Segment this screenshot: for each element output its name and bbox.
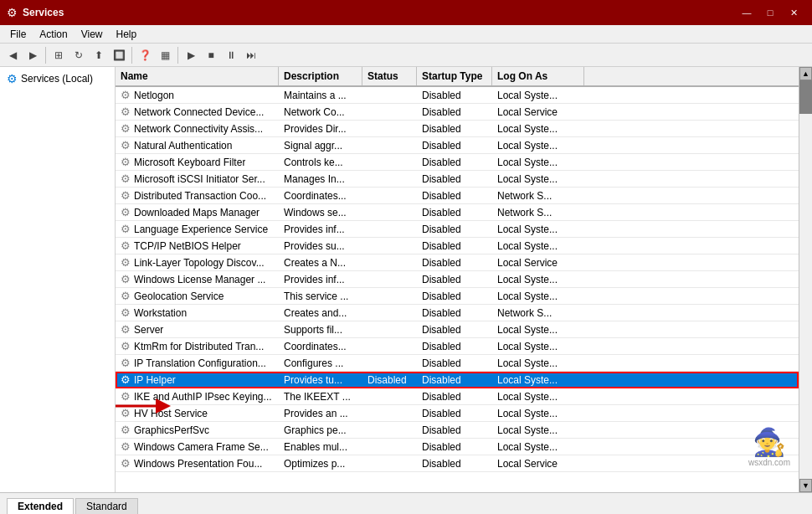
bottom-tabs: Extended Standard [0, 492, 812, 514]
table-row[interactable]: ⚙ Windows Presentation Fou... Optimizes … [116, 455, 799, 472]
service-icon: ⚙ [121, 407, 131, 419]
scrollbar-track[interactable]: ▲ ▼ [799, 67, 812, 492]
td-status [362, 87, 417, 103]
td-status [362, 271, 417, 287]
table-row[interactable]: ⚙ Windows License Manager ... Provides i… [116, 271, 799, 288]
table-row[interactable]: ⚙ Geolocation Service This service ... D… [116, 288, 799, 305]
separator-2 [131, 47, 132, 64]
tab-standard[interactable]: Standard [75, 498, 138, 514]
service-icon: ⚙ [121, 156, 131, 168]
td-status [362, 204, 417, 220]
scrollbar-thumb[interactable] [799, 80, 812, 114]
td-startup: Disabled [417, 288, 492, 304]
table-row[interactable]: ⚙ Workstation Creates and... Disabled Ne… [116, 305, 799, 321]
td-logon: Local Service [492, 104, 584, 120]
service-name: Netlogon [134, 90, 174, 101]
td-name: ⚙ Geolocation Service [116, 288, 279, 304]
service-name: Windows Presentation Fou... [134, 458, 262, 470]
refresh-button[interactable]: ↻ [69, 46, 88, 64]
td-name: ⚙ Natural Authentication [116, 137, 279, 153]
table-row[interactable]: ⚙ Downloaded Maps Manager Windows se... … [116, 204, 799, 221]
stop-service[interactable]: ■ [202, 46, 220, 64]
col-header-startup[interactable]: Startup Type [417, 67, 492, 85]
td-logon: Local Syste... [492, 372, 584, 388]
table-row[interactable]: ⚙ GraphicsPerfSvc Graphics pe... Disable… [116, 422, 799, 439]
col-header-description[interactable]: Description [279, 67, 362, 85]
table-row[interactable]: ⚙ Language Experience Service Provides i… [116, 221, 799, 238]
td-name: ⚙ Windows Presentation Fou... [116, 455, 279, 471]
start-service[interactable]: ▶ [182, 46, 200, 64]
list-view[interactable]: ▦ [156, 46, 174, 64]
table-row[interactable]: ⚙ Natural Authentication Signal aggr... … [116, 137, 799, 154]
td-desc: Creates a N... [279, 254, 362, 270]
td-name: ⚙ Windows Camera Frame Se... [116, 439, 279, 455]
table-row[interactable]: ⚙ HV Host Service Provides an ... Disabl… [116, 405, 799, 422]
td-logon: Local Syste... [492, 121, 584, 136]
td-desc: Provides an ... [279, 405, 362, 421]
scrollbar-down[interactable]: ▼ [799, 479, 812, 492]
table-row[interactable]: ⚙ KtmRm for Distributed Tran... Coordina… [116, 338, 799, 355]
menu-action[interactable]: Action [33, 27, 74, 42]
table-row[interactable]: ⚙ Server Supports fil... Disabled Local … [116, 321, 799, 338]
pause-service[interactable]: ⏸ [222, 46, 240, 64]
menu-view[interactable]: View [75, 27, 110, 42]
table-row[interactable]: ⚙ Windows Camera Frame Se... Enables mul… [116, 439, 799, 455]
service-name: Workstation [134, 307, 187, 319]
td-desc: The IKEEXT ... [279, 388, 362, 404]
td-status [362, 305, 417, 321]
td-desc: Graphics pe... [279, 422, 362, 438]
td-name: ⚙ Language Experience Service [116, 221, 279, 237]
td-name: ⚙ GraphicsPerfSvc [116, 422, 279, 438]
back-button[interactable]: ◀ [3, 46, 22, 64]
table-row[interactable]: ⚙ IKE and AuthIP IPsec Keying... The IKE… [116, 388, 799, 405]
close-button[interactable]: ✕ [782, 0, 805, 25]
service-icon: ⚙ [121, 122, 131, 135]
table-row[interactable]: ⚙ Distributed Transaction Coo... Coordin… [116, 188, 799, 204]
td-name: ⚙ Distributed Transaction Coo... [116, 188, 279, 203]
menu-help[interactable]: Help [110, 27, 144, 42]
td-logon: Local Syste... [492, 388, 584, 404]
table-row[interactable]: ⚙ Network Connectivity Assis... Provides… [116, 121, 799, 137]
table-row[interactable]: ⚙ TCP/IP NetBIOS Helper Provides su... D… [116, 238, 799, 254]
service-name: Windows License Manager ... [134, 274, 265, 285]
service-icon: ⚙ [121, 306, 131, 319]
export-button[interactable]: ⬆ [90, 46, 108, 64]
td-desc: Enables mul... [279, 439, 362, 455]
td-status [362, 104, 417, 120]
services-table[interactable]: Name Description Status Startup Type Log… [116, 67, 799, 492]
table-row[interactable]: ⚙ Microsoft iSCSI Initiator Ser... Manag… [116, 171, 799, 188]
col-header-logon[interactable]: Log On As [492, 67, 584, 85]
forward-button[interactable]: ▶ [23, 46, 42, 64]
col-header-status[interactable]: Status [362, 67, 417, 85]
table-row[interactable]: ⚙ Microsoft Keyboard Filter Controls ke.… [116, 154, 799, 171]
menu-file[interactable]: File [3, 27, 33, 42]
table-row[interactable]: ⚙ IP Translation Configuration... Config… [116, 355, 799, 372]
service-icon: ⚙ [121, 440, 131, 453]
minimize-button[interactable]: — [735, 0, 758, 25]
td-logon: Local Syste... [492, 439, 584, 455]
tab-extended[interactable]: Extended [7, 498, 74, 514]
service-name: IP Translation Configuration... [134, 357, 266, 369]
td-status [362, 221, 417, 237]
table-row[interactable]: ⚙ Network Connected Device... Network Co… [116, 104, 799, 121]
help-btn[interactable]: ❓ [136, 46, 154, 64]
td-desc: Configures ... [279, 355, 362, 371]
watermark: 🧙 wsxdn.com [748, 426, 790, 467]
table-row[interactable]: ⚙ Link-Layer Topology Discov... Creates … [116, 254, 799, 271]
service-name: IKE and AuthIP IPsec Keying... [134, 391, 272, 403]
properties-button[interactable]: 🔲 [110, 46, 128, 64]
td-startup: Disabled [417, 104, 492, 120]
td-name: ⚙ IKE and AuthIP IPsec Keying... [116, 388, 279, 404]
maximize-button[interactable]: □ [758, 0, 782, 25]
table-row[interactable]: ⚙ Netlogon Maintains a ... Disabled Loca… [116, 87, 799, 104]
restart-service[interactable]: ⏭ [242, 46, 260, 64]
scrollbar-up[interactable]: ▲ [799, 67, 812, 80]
col-header-name[interactable]: Name [116, 67, 279, 85]
service-icon: ⚙ [121, 105, 131, 118]
table-row[interactable]: ⚙ IP Helper Provides tu... Disabled Disa… [116, 372, 799, 388]
service-icon: ⚙ [121, 290, 131, 302]
td-status [362, 355, 417, 371]
td-startup: Disabled [417, 439, 492, 455]
show-hide-button[interactable]: ⊞ [49, 46, 68, 64]
sidebar-item-services[interactable]: ⚙ Services (Local) [3, 70, 111, 87]
